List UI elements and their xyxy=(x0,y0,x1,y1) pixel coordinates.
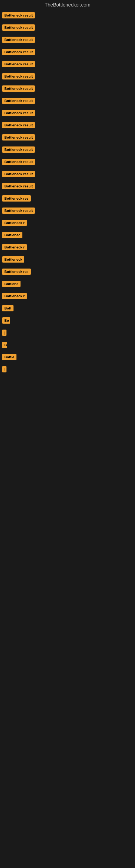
bottleneck-badge: Bottleneck result xyxy=(2,110,35,116)
list-item[interactable]: Bottleneck res xyxy=(1,269,135,276)
list-item[interactable]: B xyxy=(1,342,135,349)
items-container: Bottleneck resultBottleneck resultBottle… xyxy=(0,11,135,373)
list-item[interactable]: Bottleneck r xyxy=(1,293,135,300)
list-item[interactable]: Bottleneck result xyxy=(1,208,135,215)
list-item[interactable]: Bottleneck result xyxy=(1,122,135,129)
bottleneck-badge: Bottleneck result xyxy=(2,73,35,80)
list-item[interactable]: Bottleneck r xyxy=(1,220,135,227)
list-item[interactable]: Bo xyxy=(1,317,135,325)
bottleneck-badge: Bottleneck result xyxy=(2,12,35,19)
list-item[interactable]: Bottleneck result xyxy=(1,147,135,154)
bottleneck-badge: B xyxy=(2,342,7,348)
list-item[interactable]: Bottleneck res xyxy=(1,195,135,203)
bottleneck-badge: Bott xyxy=(2,305,13,311)
list-item[interactable]: Bottleneck xyxy=(1,256,135,264)
bottleneck-badge: Bottlenec xyxy=(2,232,22,238)
list-item[interactable]: Bottleneck result xyxy=(1,171,135,178)
bottleneck-badge: Bottleneck res xyxy=(2,269,31,275)
list-item[interactable]: Bottlene xyxy=(1,281,135,288)
list-item[interactable]: Bottleneck result xyxy=(1,61,135,68)
list-item[interactable]: Bottleneck result xyxy=(1,12,135,20)
list-item[interactable]: Bottlenec xyxy=(1,232,135,239)
bottleneck-badge: | xyxy=(2,366,6,372)
list-item[interactable]: Bottleneck result xyxy=(1,134,135,142)
bottleneck-badge: Bottleneck r xyxy=(2,293,27,299)
bottleneck-badge: Bottleneck result xyxy=(2,122,35,128)
list-item[interactable]: | xyxy=(1,366,135,373)
bottleneck-badge: | xyxy=(2,330,6,336)
list-item[interactable]: Bottleneck result xyxy=(1,98,135,105)
bottleneck-badge: Bottleneck result xyxy=(2,98,35,104)
bottleneck-badge: Bottleneck res xyxy=(2,195,31,202)
list-item[interactable]: Bottleneck r xyxy=(1,244,135,251)
bottleneck-badge: Bottleneck result xyxy=(2,183,35,189)
list-item[interactable]: Bottleneck result xyxy=(1,37,135,44)
bottleneck-badge: Bottleneck result xyxy=(2,49,35,55)
bottleneck-badge: Bottleneck result xyxy=(2,134,35,141)
bottleneck-badge: Bottleneck xyxy=(2,256,24,262)
list-item[interactable]: Bottleneck result xyxy=(1,49,135,56)
bottleneck-badge: Bottle xyxy=(2,354,16,360)
list-item[interactable]: Bott xyxy=(1,305,135,312)
list-item[interactable]: Bottleneck result xyxy=(1,159,135,166)
list-item[interactable]: Bottleneck result xyxy=(1,24,135,32)
list-item[interactable]: Bottleneck result xyxy=(1,86,135,93)
bottleneck-badge: Bottleneck r xyxy=(2,244,27,250)
bottleneck-badge: Bottleneck result xyxy=(2,171,35,177)
list-item[interactable]: Bottleneck result xyxy=(1,183,135,190)
list-item[interactable]: Bottleneck result xyxy=(1,73,135,81)
bottleneck-badge: Bottleneck result xyxy=(2,86,35,92)
list-item[interactable]: | xyxy=(1,330,135,337)
bottleneck-badge: Bottleneck result xyxy=(2,24,35,31)
bottleneck-badge: Bottleneck result xyxy=(2,61,35,67)
bottleneck-badge: Bottleneck result xyxy=(2,37,35,43)
bottleneck-badge: Bo xyxy=(2,317,10,323)
bottleneck-badge: Bottlene xyxy=(2,281,20,287)
bottleneck-badge: Bottleneck result xyxy=(2,208,35,214)
site-title: TheBottlenecker.com xyxy=(0,0,135,11)
bottleneck-badge: Bottleneck result xyxy=(2,147,35,153)
list-item[interactable]: Bottleneck result xyxy=(1,110,135,117)
bottleneck-badge: Bottleneck result xyxy=(2,159,35,165)
bottleneck-badge: Bottleneck r xyxy=(2,220,27,226)
list-item[interactable]: Bottle xyxy=(1,354,135,361)
